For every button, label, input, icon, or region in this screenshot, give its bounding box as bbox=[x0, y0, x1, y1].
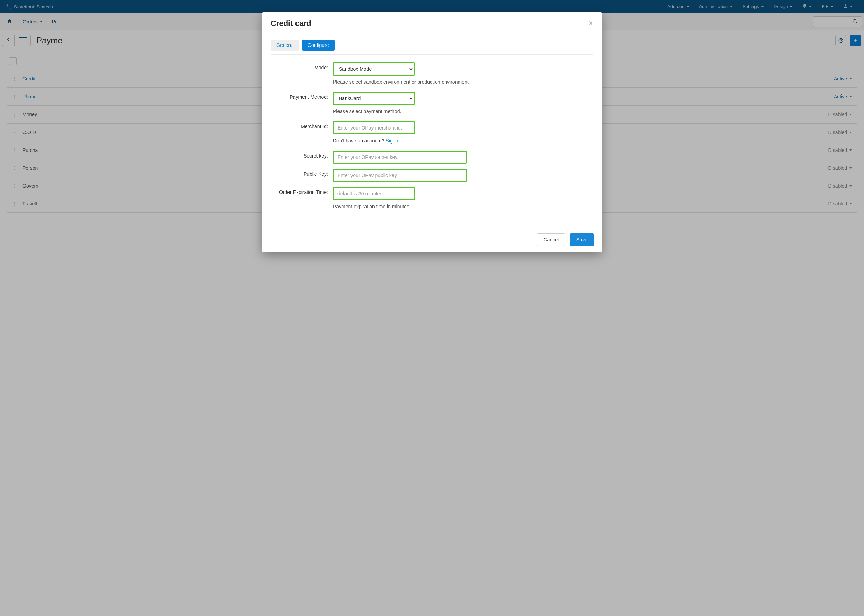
mode-select[interactable]: Sandbox Mode bbox=[333, 62, 415, 75]
close-icon[interactable]: ✕ bbox=[588, 20, 593, 27]
label-public-key: Public Key: bbox=[271, 169, 333, 177]
credit-card-modal: Credit card ✕ General Configure Mode: Sa… bbox=[262, 12, 602, 252]
hint-payment-method: Please select payment method. bbox=[333, 108, 593, 114]
cancel-button[interactable]: Cancel bbox=[537, 233, 565, 246]
tab-configure[interactable]: Configure bbox=[302, 39, 335, 51]
tab-general[interactable]: General bbox=[271, 39, 299, 51]
modal-title: Credit card bbox=[271, 19, 311, 28]
order-expiration-input[interactable] bbox=[333, 187, 415, 200]
merchant-id-input[interactable] bbox=[333, 121, 415, 134]
modal-tabs: General Configure bbox=[271, 39, 593, 51]
payment-method-select[interactable]: BankCard bbox=[333, 92, 415, 105]
save-button[interactable]: Save bbox=[570, 233, 594, 246]
hint-order-expiration: Payment expiration time in minutes. bbox=[333, 204, 593, 209]
label-order-expiration: Order Expiration Time: bbox=[271, 187, 333, 195]
label-payment-method: Payment Method: bbox=[271, 92, 333, 100]
public-key-input[interactable] bbox=[333, 169, 467, 182]
signup-link[interactable]: Sign up bbox=[386, 138, 402, 143]
label-secret-key: Secret key: bbox=[271, 151, 333, 159]
hint-mode: Please select sandbox environment or pro… bbox=[333, 79, 593, 85]
modal-overlay: Credit card ✕ General Configure Mode: Sa… bbox=[0, 0, 864, 616]
signup-hint: Don't have an account? Sign up bbox=[333, 138, 593, 143]
secret-key-input[interactable] bbox=[333, 151, 467, 164]
label-mode: Mode: bbox=[271, 62, 333, 70]
label-merchant-id: Merchant Id: bbox=[271, 121, 333, 129]
